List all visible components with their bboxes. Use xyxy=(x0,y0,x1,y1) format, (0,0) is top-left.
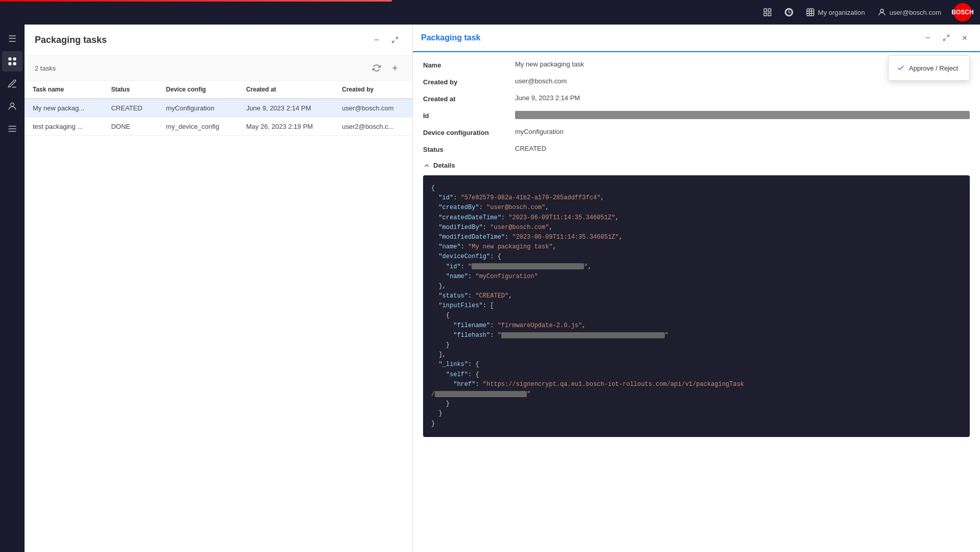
user-menu[interactable]: user@bosch.com xyxy=(877,8,941,17)
task-table: Task name Status Device config Created a… xyxy=(25,81,412,136)
svg-rect-4 xyxy=(807,9,814,16)
task-name-cell: My new packag... xyxy=(25,99,103,118)
sidebar-item-users[interactable] xyxy=(2,96,22,117)
svg-line-20 xyxy=(947,35,949,37)
field-device-config: Device configuration myConfiguration xyxy=(423,128,970,136)
svg-rect-3 xyxy=(768,13,771,16)
sidebar-item-tools[interactable] xyxy=(2,74,22,94)
loading-bar xyxy=(0,0,392,2)
svg-line-16 xyxy=(392,40,394,42)
field-created-at: Created at June 9, 2023 2:14 PM xyxy=(423,94,970,103)
task-status-cell: CREATED xyxy=(103,99,157,118)
details-toggle[interactable]: Details xyxy=(423,162,970,169)
svg-rect-9 xyxy=(13,62,16,65)
field-created-by-label: Created by xyxy=(423,77,515,86)
library-icon xyxy=(763,8,772,17)
user-email: user@bosch.com xyxy=(890,9,941,16)
approve-reject-btn[interactable]: Approve / Reject xyxy=(889,60,969,76)
task-name-cell: test packaging ... xyxy=(25,118,103,136)
svg-rect-1 xyxy=(768,9,771,11)
task-detail-panel: Packaging task xyxy=(413,25,980,552)
app-body: ☰ Packaging tasks xyxy=(0,25,980,552)
toolbar-actions xyxy=(369,61,402,75)
field-status-label: Status xyxy=(423,145,515,153)
svg-point-5 xyxy=(880,9,883,12)
detail-header: Packaging task xyxy=(413,25,980,52)
field-id-label: Id xyxy=(423,111,515,120)
detail-title: Packaging task xyxy=(421,33,481,42)
bosch-logo: BOSCH xyxy=(953,3,972,21)
approve-reject-dropdown: Approve / Reject xyxy=(888,55,970,81)
detail-body: Name My new packaging task Created by us… xyxy=(413,52,980,552)
table-row[interactable]: My new packag... CREATED myConfiguration… xyxy=(25,99,412,118)
task-created-by-cell: user2@bosch.c... xyxy=(334,118,412,136)
detail-minimize-btn[interactable] xyxy=(921,31,935,45)
task-table-head: Task name Status Device config Created a… xyxy=(25,81,412,99)
expand-btn[interactable] xyxy=(388,33,402,47)
field-status-value: CREATED xyxy=(515,145,970,152)
field-created-at-value: June 9, 2023 2:14 PM xyxy=(515,94,970,102)
field-device-config-label: Device configuration xyxy=(423,128,515,136)
task-list-panel: Packaging tasks 2 xyxy=(25,25,413,552)
detail-header-actions xyxy=(921,31,972,45)
org-icon xyxy=(806,8,815,17)
org-name: My organization xyxy=(818,9,865,16)
detail-expand-btn[interactable] xyxy=(939,31,953,45)
task-toolbar: 2 tasks xyxy=(25,56,412,81)
col-device-config: Device config xyxy=(158,81,238,99)
library-icon-btn[interactable] xyxy=(763,8,772,17)
detail-close-btn[interactable] xyxy=(958,31,972,45)
task-list-title: Packaging tasks xyxy=(35,35,107,45)
refresh-btn[interactable] xyxy=(369,61,384,75)
task-count: 2 tasks xyxy=(35,64,56,72)
field-created-at-label: Created at xyxy=(423,94,515,103)
topbar: My organization user@bosch.com BOSCH xyxy=(0,0,980,25)
svg-rect-8 xyxy=(9,62,12,65)
sidebar-item-menu[interactable]: ☰ xyxy=(2,29,22,49)
field-id-value xyxy=(515,111,970,119)
svg-rect-0 xyxy=(764,9,766,11)
approve-reject-label: Approve / Reject xyxy=(909,64,958,72)
task-table-header-row: Task name Status Device config Created a… xyxy=(25,81,412,99)
sidebar-item-dashboard[interactable] xyxy=(2,51,22,72)
col-created-at: Created at xyxy=(238,81,334,99)
task-device-config-cell: my_device_config xyxy=(158,118,238,136)
bosch-logo-btn[interactable]: BOSCH xyxy=(953,3,972,21)
svg-rect-7 xyxy=(13,58,16,61)
svg-point-10 xyxy=(11,103,14,106)
task-created-by-cell: user@bosch.com xyxy=(334,99,412,118)
task-list-header-actions xyxy=(369,33,402,47)
org-selector[interactable]: My organization xyxy=(806,8,865,17)
main-content: Packaging tasks 2 xyxy=(25,25,980,552)
details-section: Details { "id": "57e82579-082a-41b2-a170… xyxy=(423,162,970,437)
task-table-body: My new packag... CREATED myConfiguration… xyxy=(25,99,412,136)
user-icon xyxy=(877,8,886,17)
svg-rect-2 xyxy=(764,13,766,16)
task-created-at-cell: May 26, 2023 2:19 PM xyxy=(238,118,334,136)
col-task-name: Task name xyxy=(25,81,103,99)
minimize-btn[interactable] xyxy=(369,33,384,47)
json-block: { "id": "57e82579-082a-41b2-a170-285addf… xyxy=(423,175,970,437)
sidebar-item-list[interactable] xyxy=(2,119,22,139)
task-detail-wrapper: Packaging task xyxy=(413,25,980,552)
task-device-config-cell: myConfiguration xyxy=(158,99,238,118)
svg-line-15 xyxy=(395,37,398,39)
sidebar: ☰ xyxy=(0,25,25,552)
add-btn[interactable] xyxy=(388,61,402,75)
svg-rect-6 xyxy=(9,58,12,61)
subscription-icon xyxy=(784,8,794,17)
field-name-label: Name xyxy=(423,60,515,69)
col-created-by: Created by xyxy=(334,81,412,99)
subscription-icon-btn[interactable] xyxy=(784,8,794,17)
field-status: Status CREATED xyxy=(423,145,970,153)
task-status-cell: DONE xyxy=(103,118,157,136)
task-list-header: Packaging tasks xyxy=(25,25,412,56)
details-toggle-label: Details xyxy=(433,162,455,169)
svg-line-21 xyxy=(944,38,946,40)
task-created-at-cell: June 9, 2023 2:14 PM xyxy=(238,99,334,118)
field-id: Id xyxy=(423,111,970,120)
col-status: Status xyxy=(103,81,157,99)
table-row[interactable]: test packaging ... DONE my_device_config… xyxy=(25,118,412,136)
field-device-config-value: myConfiguration xyxy=(515,128,970,135)
